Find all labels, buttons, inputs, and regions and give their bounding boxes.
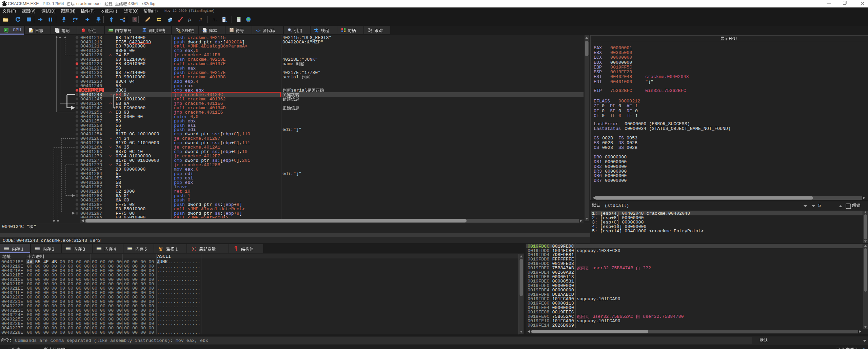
svg-text:]: ] xyxy=(195,247,196,251)
svg-text:</>: </> xyxy=(202,29,208,32)
svg-text:#: # xyxy=(199,17,202,22)
svg-text:A: A xyxy=(212,17,216,22)
svg-text:S: S xyxy=(133,17,136,22)
svg-text:32: 32 xyxy=(5,29,7,32)
svg-text:<>: <> xyxy=(256,29,261,33)
svg-text:z: z xyxy=(215,19,217,22)
svg-text:fx: fx xyxy=(188,17,192,22)
